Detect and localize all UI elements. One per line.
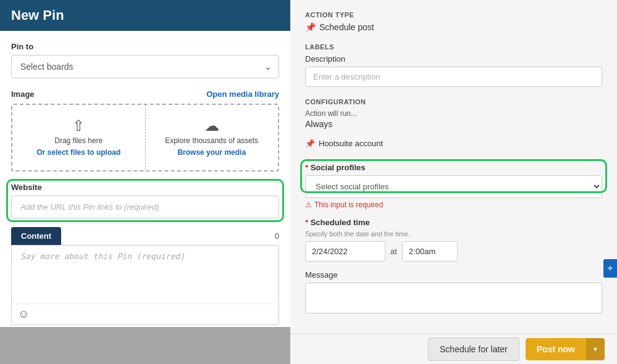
post-now-dropdown-button[interactable]: ▾ xyxy=(586,338,605,360)
error-message: ⚠ This input is required xyxy=(305,201,602,209)
message-textarea-wrapper xyxy=(305,283,602,313)
required-star: * xyxy=(305,163,311,172)
scheduled-time-section: * Scheduled time Specify both the date a… xyxy=(305,218,602,262)
image-section-header: Image Open media library xyxy=(11,89,279,99)
time-row: at xyxy=(305,241,602,262)
title-text: New Pin xyxy=(11,7,64,23)
drag-files-zone[interactable]: ⇧ Drag files here Or select files to upl… xyxy=(12,105,146,170)
browse-media-link[interactable]: Browse your media xyxy=(177,148,246,157)
post-now-button[interactable]: Post now xyxy=(526,338,586,360)
content-tab-bar: Content 0 xyxy=(11,227,279,245)
footer-bar: Schedule for later Post now ▾ xyxy=(290,333,617,364)
website-section: Website xyxy=(11,183,279,218)
always-value: Always xyxy=(305,119,602,129)
hootsuite-account: 📌 Hootsuite account xyxy=(305,135,602,152)
image-label: Image xyxy=(11,89,35,99)
configuration-section: CONFIGURATION Action will run... Always … xyxy=(305,98,602,152)
content-tab[interactable]: Content xyxy=(11,227,61,245)
plus-button[interactable]: + xyxy=(603,259,617,278)
website-input[interactable] xyxy=(11,196,279,218)
left-panel: New Pin Pin to Select boards ⌄ Image Ope… xyxy=(0,0,290,364)
message-textarea[interactable] xyxy=(306,283,602,314)
message-label: Message xyxy=(305,270,602,279)
scheduled-label-text: Scheduled time xyxy=(311,218,370,227)
social-label-text: Social profiles xyxy=(311,163,366,172)
post-now-group: Post now ▾ xyxy=(526,338,605,360)
pin-icon: 📌 xyxy=(305,22,316,32)
action-type-section: Action type 📌 Schedule post xyxy=(305,11,602,32)
config-title: CONFIGURATION xyxy=(305,98,602,105)
cloud-icon: ☁ xyxy=(204,118,219,133)
action-type-label: Action type xyxy=(305,11,602,19)
page-title: New Pin xyxy=(0,0,290,31)
action-will-run-label: Action will run... xyxy=(305,109,602,118)
labels-section: LABELS Description xyxy=(305,43,602,87)
right-panel: Action type 📌 Schedule post LABELS Descr… xyxy=(290,0,617,364)
time-input[interactable] xyxy=(402,241,458,262)
action-type-value: 📌 Schedule post xyxy=(305,22,602,32)
hootsuite-account-text: Hootsuite account xyxy=(319,139,383,148)
description-input[interactable] xyxy=(305,67,602,87)
upload-icon: ⇧ xyxy=(72,118,85,133)
social-profiles-section: * Social profiles Select social profiles… xyxy=(305,163,602,209)
right-body: Action type 📌 Schedule post LABELS Descr… xyxy=(290,0,617,364)
website-label: Website xyxy=(11,183,279,192)
warning-icon: ⚠ xyxy=(305,201,312,209)
select-boards-dropdown[interactable]: Select boards xyxy=(11,55,279,78)
content-toolbar: ☺ xyxy=(12,304,279,325)
pin-to-label: Pin to xyxy=(11,42,279,51)
left-overlay xyxy=(0,327,290,364)
description-label: Description xyxy=(305,54,602,64)
content-textarea[interactable] xyxy=(12,246,279,301)
required-star-2: * xyxy=(305,218,311,227)
schedule-later-button[interactable]: Schedule for later xyxy=(428,337,519,361)
error-text: This input is required xyxy=(314,201,383,209)
content-textarea-wrapper: ☺ xyxy=(11,245,279,325)
scheduled-time-label: * Scheduled time xyxy=(305,218,602,227)
social-profiles-label: * Social profiles xyxy=(305,163,602,172)
at-label: at xyxy=(390,247,397,256)
labels-title: LABELS xyxy=(305,43,602,51)
emoji-icon[interactable]: ☺ xyxy=(18,308,29,321)
explore-assets-zone[interactable]: ☁ Explore thousands of assets Browse you… xyxy=(146,105,279,170)
hootsuite-icon: 📌 xyxy=(305,139,315,148)
message-section: Message xyxy=(305,270,602,313)
social-profiles-select[interactable]: Select social profiles xyxy=(305,175,602,198)
drag-files-text: Drag files here xyxy=(54,136,103,146)
explore-text: Explore thousands of assets xyxy=(165,136,258,146)
scheduled-hint: Specify both the date and the time. xyxy=(305,230,602,238)
left-body: Pin to Select boards ⌄ Image Open media … xyxy=(0,31,290,327)
date-input[interactable] xyxy=(305,241,385,262)
open-media-link[interactable]: Open media library xyxy=(206,89,279,99)
select-boards-wrapper: Select boards ⌄ xyxy=(11,55,279,78)
select-files-link[interactable]: Or select files to upload xyxy=(36,148,120,157)
action-type-text: Schedule post xyxy=(319,22,374,32)
image-upload-area: ⇧ Drag files here Or select files to upl… xyxy=(11,104,279,172)
char-count: 0 xyxy=(275,231,279,241)
